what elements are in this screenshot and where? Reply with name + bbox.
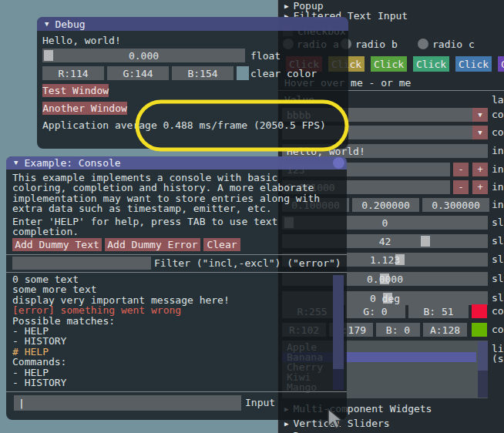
console-input-field[interactable]: | [14,395,241,411]
increment-button[interactable]: + [472,180,488,194]
log-line: Commands: [12,357,331,367]
chevron-down-icon: ▼ [478,128,482,138]
clear-color-g-field[interactable]: G:144 [107,66,169,80]
add-dummy-error-button[interactable]: Add Dummy Error [105,238,200,251]
clear-color-label: clear color [250,69,317,79]
console-intro-text2: Enter 'HELP' for help, press TAB to use … [12,216,277,237]
widget-label: in [492,164,504,174]
widget-label: com [492,127,504,137]
widget-label: (s [492,354,504,364]
log-line: - HISTORY [12,378,331,388]
listbox-scrollbar[interactable] [478,341,488,398]
color1-g-field[interactable]: G: 0 [345,304,405,318]
log-line: Possible matches: [12,316,331,326]
color1-b-field[interactable]: B: 51 [408,304,469,318]
log-line: - HELP [12,326,331,336]
widget-label: sl [492,254,504,264]
console-window: ▼ Example: Console This example implemen… [6,156,347,420]
click-button-4[interactable]: Click [413,56,449,72]
tree-arrow-icon: ▶ [284,420,288,428]
collapse-arrow-icon: ▼ [14,158,18,168]
widget-label: sl [492,293,504,303]
widget-label: co [492,306,504,316]
debug-window: ▼ Debug Hello, world! 0.000 float R:114 … [37,17,348,149]
radio-c-button[interactable] [418,39,428,49]
filter-label: Filter ("incl,-excl") ("error") [154,258,341,268]
radio-b-label: radio b [355,39,398,49]
click-button-6[interactable]: Click [498,56,504,72]
debug-titlebar[interactable]: ▼ Debug [37,17,348,31]
increment-button[interactable]: + [472,163,488,176]
add-dummy-text-button[interactable]: Add Dummy Text [12,238,102,251]
float-slider[interactable]: 0.000 [42,49,245,62]
decrement-button[interactable]: - [453,163,469,176]
filter-input[interactable] [12,257,151,270]
separator [6,272,347,273]
fps-stats-text: Application average 0.488 ms/frame (2050… [42,120,326,130]
widget-label: in [492,146,504,156]
color2-swatch[interactable] [472,323,487,337]
separator [6,254,347,255]
clear-color-b-field[interactable]: B:154 [172,66,234,80]
desktop: { "colors": { "clear_background": "#7492… [0,0,504,433]
color2-a-field[interactable]: A:128 [423,323,467,337]
slider-grab[interactable] [421,236,430,247]
another-window-button[interactable]: Another Window [42,102,127,115]
log-line: some more text [12,284,331,294]
console-intro-text: This example implements a console with b… [12,173,320,214]
console-scrollbar[interactable] [333,275,344,390]
log-line: - HELP [12,368,331,378]
log-line: display very important message here! [12,295,331,305]
clear-button[interactable]: Clear [203,238,240,251]
console-titlebar[interactable]: ▼ Example: Console [6,156,347,170]
widget-label: co [492,324,504,334]
widget-label: sl [492,217,504,227]
combo-arrow-button[interactable]: ▼ [472,126,488,139]
separator [6,391,347,392]
text-caret: | [18,398,25,408]
log-line: 0 some text [12,274,331,284]
decrement-button[interactable]: - [453,180,469,194]
console-scrollbar-grab[interactable] [333,275,344,369]
input-float3-y[interactable]: 0.200000 [352,198,419,212]
test-window-button[interactable]: Test Window [42,84,109,97]
radio-c-label: radio c [432,39,475,49]
widget-label: la [492,95,504,105]
collapse-arrow-icon: ▼ [45,19,49,29]
console-input-label: Input [245,398,275,408]
tree-node-vertical-sliders[interactable]: ▶Vertical Sliders [284,418,390,429]
clear-color-swatch[interactable] [237,66,249,80]
color1-swatch[interactable] [472,304,487,318]
slider-grab[interactable] [44,50,53,61]
chevron-down-icon: ▼ [478,110,482,120]
debug-window-title: Debug [55,19,85,29]
color2-b-field[interactable]: B: 0 [376,323,420,337]
log-line: # HELP [12,347,331,357]
click-button-3[interactable]: Click [371,56,407,72]
clear-color-r-field[interactable]: R:114 [42,66,104,80]
input-float3-z[interactable]: 0.300000 [422,198,489,212]
combo-arrow-button[interactable]: ▼ [472,108,488,122]
log-line: - HISTORY [12,336,331,346]
widget-label: sl [492,274,504,284]
console-log[interactable]: 0 some text some more text display very … [12,274,331,391]
float-slider-label: float [250,51,281,61]
console-window-title: Example: Console [24,158,120,168]
log-line: [error] something went wrong [12,305,331,315]
widget-label: sl [492,236,504,246]
click-button-5[interactable]: Click [455,56,492,72]
widget-label: com [492,109,504,119]
listbox-scrollbar-grab[interactable] [478,341,488,371]
close-button[interactable] [333,157,344,169]
widget-label: in [492,200,504,210]
tree-arrow-icon: ▶ [284,2,288,10]
widget-label: in [492,182,504,192]
hello-world-text: Hello, world! [42,35,121,45]
